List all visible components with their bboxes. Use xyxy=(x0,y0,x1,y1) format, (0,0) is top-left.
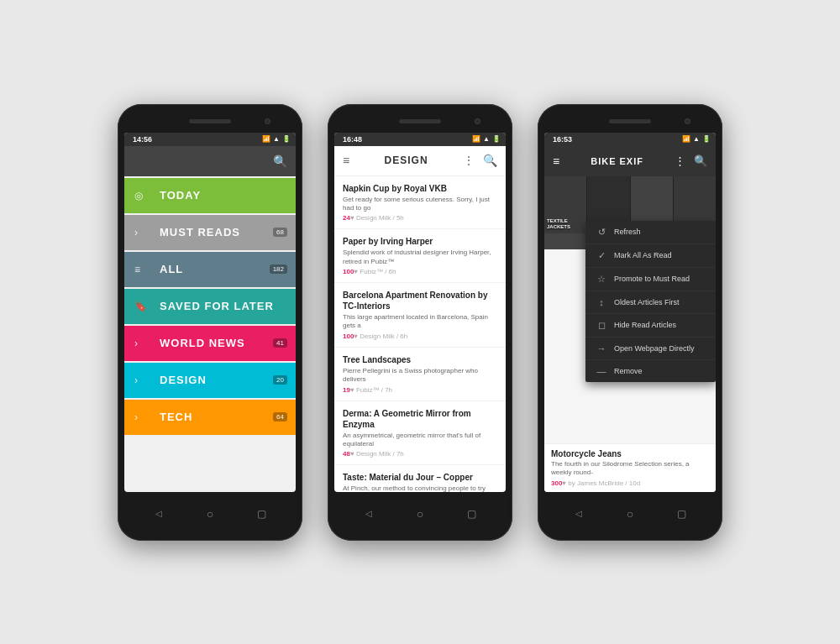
menu-icon-2[interactable]: ≡ xyxy=(343,154,349,167)
likes-2: 100 xyxy=(343,332,354,340)
tech-label: TECH xyxy=(160,411,192,423)
phone-top-1 xyxy=(124,114,296,129)
bottom-article-title: Motorcycle Jeans xyxy=(551,449,709,458)
bottom-likes: 300 xyxy=(551,479,562,487)
ctx-remove-label: Remove xyxy=(614,367,643,375)
wifi-icon-1: 📶 xyxy=(262,135,270,143)
article-item-1[interactable]: Paper by Irving Harper Splendid work of … xyxy=(334,229,506,283)
overflow-icon-3[interactable]: ⋮ xyxy=(675,154,685,167)
ctx-markread-label: Mark All As Read xyxy=(614,251,672,259)
search-icon-1[interactable]: 🔍 xyxy=(273,154,287,168)
article-meta-0: 24♥ Design Milk / 5h xyxy=(343,214,497,222)
article-desc-3: Pierre Pellegrini is a Swiss photographe… xyxy=(343,367,497,385)
article-item-4[interactable]: Derma: A Geometric Mirror from Enzyma An… xyxy=(334,401,506,466)
article-desc-1: Splendid work of industrial designer Irv… xyxy=(343,249,497,266)
article-item-2[interactable]: Barcelona Apartment Renovation by TC-Int… xyxy=(334,283,506,348)
back-button-3[interactable] xyxy=(570,505,588,523)
wifi-icon-2: 📶 xyxy=(472,135,480,143)
status-bar-2: 16:48 📶 ▲ 🔋 xyxy=(334,133,506,146)
ctx-refresh-label: Refresh xyxy=(614,228,641,236)
battery-icon-3: 🔋 xyxy=(702,135,711,143)
menu-item-today[interactable]: ◎ TODAY xyxy=(124,178,296,213)
home-button-1[interactable] xyxy=(201,505,219,523)
menu-item-tech[interactable]: › TECH 64 xyxy=(124,400,296,435)
bottom-article-meta: 300♥ by James McBride / 10d xyxy=(551,479,709,487)
speaker-1 xyxy=(189,119,231,123)
menu-item-worldnews[interactable]: › WORLD NEWS 41 xyxy=(124,326,296,361)
design-badge: 20 xyxy=(273,375,287,385)
article-title-1: Paper by Irving Harper xyxy=(343,236,497,247)
context-menu: ↺ Refresh ✓ Mark All As Read ☆ Promote t… xyxy=(585,221,716,382)
signal-icon-3: ▲ xyxy=(693,135,700,143)
signal-icon-2: ▲ xyxy=(483,135,490,143)
menu-item-saved[interactable]: 🔖 SAVED FOR LATER xyxy=(124,289,296,324)
signal-icon-1: ▲ xyxy=(273,135,280,143)
ctx-hideread-label: Hide Read Articles xyxy=(614,321,676,329)
photo-0[interactable]: TEXTILEJACKETS xyxy=(544,176,587,233)
open-web-icon: → xyxy=(596,343,607,353)
star-icon: ☆ xyxy=(596,274,607,285)
hamburger-icon-3[interactable]: ≡ xyxy=(553,154,559,168)
search-icon-2[interactable]: 🔍 xyxy=(483,154,497,167)
all-label: ALL xyxy=(160,263,183,275)
mustreads-badge: 68 xyxy=(273,228,287,237)
time-2: 16:48 xyxy=(343,135,362,144)
ctx-open-web[interactable]: → Open Webpage Directly xyxy=(585,338,716,360)
article-meta-4: 48♥ Design Milk / 7h xyxy=(343,450,497,458)
recent-button-1[interactable] xyxy=(252,505,270,523)
screen2-title: DESIGN xyxy=(385,154,428,166)
battery-icon-2: 🔋 xyxy=(492,135,501,143)
phone-top-2 xyxy=(334,114,506,129)
home-button-3[interactable] xyxy=(621,505,639,523)
menu-item-design[interactable]: › DESIGN 20 xyxy=(124,363,296,398)
ctx-promote[interactable]: ☆ Promote to Must Read xyxy=(585,268,716,291)
menu-item-mustreads[interactable]: › MUST READS 68 xyxy=(124,215,296,250)
mustreads-icon: › xyxy=(134,227,151,238)
article-meta-3: 19♥ Fubiz™ / 7h xyxy=(343,386,497,394)
photo-label-0: TEXTILEJACKETS xyxy=(547,218,570,230)
time-3: 16:53 xyxy=(553,135,572,144)
worldnews-badge: 41 xyxy=(273,338,287,348)
recent-button-2[interactable] xyxy=(462,505,480,523)
today-icon: ◎ xyxy=(134,190,151,202)
article-title-2: Barcelona Apartment Renovation by TC-Int… xyxy=(343,290,497,312)
remove-icon: — xyxy=(596,366,607,376)
all-badge: 182 xyxy=(270,264,287,274)
article-item-5[interactable]: Taste: Material du Jour – Copper At Pinc… xyxy=(334,465,506,491)
tech-badge: 64 xyxy=(273,412,287,421)
phone-top-3 xyxy=(544,114,716,129)
article-title-3: Tree Landscapes xyxy=(343,354,497,365)
bottom-article-desc: The fourth in our Silodrome Selection se… xyxy=(551,460,709,478)
menu-list: ◎ TODAY › MUST READS 68 ≡ ALL 182 🔖 SAVE… xyxy=(124,176,296,435)
recent-button-3[interactable] xyxy=(672,505,690,523)
ctx-mark-read[interactable]: ✓ Mark All As Read xyxy=(585,244,716,268)
mustreads-label: MUST READS xyxy=(160,226,240,238)
article-title-0: Napkin Cup by Royal VKB xyxy=(343,183,497,194)
phone-1: 14:56 📶 ▲ 🔋 🔍 ◎ TODAY › MUST READS 68 ≡ … xyxy=(118,104,302,541)
design-label: DESIGN xyxy=(160,374,207,386)
back-button-2[interactable] xyxy=(360,505,378,523)
tech-icon: › xyxy=(134,411,151,423)
camera-1 xyxy=(265,118,270,124)
phone-3: 16:53 📶 ▲ 🔋 ≡ BIKE EXIF ⋮ 🔍 TEXTILEJACKE… xyxy=(538,104,722,541)
ctx-refresh[interactable]: ↺ Refresh xyxy=(585,221,716,244)
menu-header-1: 🔍 xyxy=(124,146,296,176)
menu-item-all[interactable]: ≡ ALL 182 xyxy=(124,252,296,287)
ctx-oldest[interactable]: ↕ Oldest Articles First xyxy=(585,291,716,314)
article-meta-1: 100♥ Fubiz™ / 6h xyxy=(343,268,497,275)
article-item-3[interactable]: Tree Landscapes Pierre Pellegrini is a S… xyxy=(334,348,506,401)
back-button-1[interactable] xyxy=(150,505,168,523)
overflow-icon-2[interactable]: ⋮ xyxy=(463,154,475,167)
article-desc-4: An asymmetrical, geometric mirror that's… xyxy=(343,432,497,449)
ctx-hide-read[interactable]: ◻ Hide Read Articles xyxy=(585,314,716,338)
all-icon: ≡ xyxy=(134,264,151,275)
hide-icon: ◻ xyxy=(596,320,607,331)
article-meta-2: 100♥ Design Milk / 6h xyxy=(343,332,497,340)
time-1: 14:56 xyxy=(133,135,152,144)
search-icon-3[interactable]: 🔍 xyxy=(694,154,707,167)
bottom-article[interactable]: Motorcycle Jeans The fourth in our Silod… xyxy=(544,443,716,492)
likes-0: 24 xyxy=(343,214,350,222)
article-item-0[interactable]: Napkin Cup by Royal VKB Get ready for so… xyxy=(334,176,506,230)
ctx-remove[interactable]: — Remove xyxy=(585,360,716,382)
home-button-2[interactable] xyxy=(411,505,429,523)
